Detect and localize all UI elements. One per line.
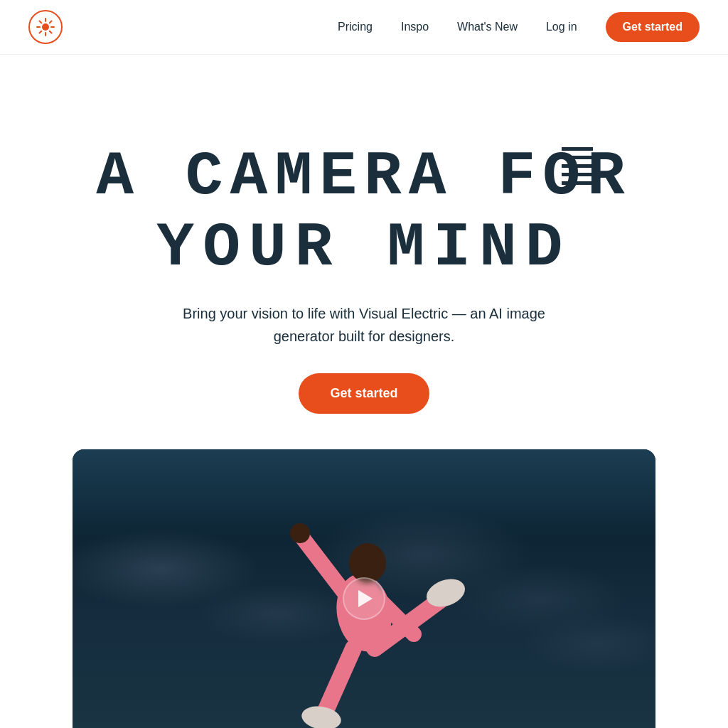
navbar: Pricing Inspo What's New Log in Get star… <box>0 0 728 55</box>
logo-icon <box>34 16 57 38</box>
logo[interactable] <box>28 10 63 44</box>
video-scene <box>73 449 655 728</box>
svg-line-19 <box>300 535 346 595</box>
svg-point-0 <box>42 23 49 31</box>
video-play-button[interactable] <box>343 577 385 620</box>
nav-inspo[interactable]: Inspo <box>401 21 429 33</box>
svg-rect-11 <box>562 147 593 151</box>
nav-get-started-button[interactable]: Get started <box>606 12 700 42</box>
logo-circle <box>28 10 63 44</box>
hero-get-started-button[interactable]: Get started <box>299 373 429 414</box>
nav-links: Pricing Inspo What's New Log in Get star… <box>338 12 700 42</box>
svg-line-8 <box>40 31 42 33</box>
svg-rect-13 <box>562 164 593 168</box>
nav-pricing[interactable]: Pricing <box>338 21 373 33</box>
play-triangle-icon <box>358 590 373 607</box>
svg-rect-14 <box>562 173 593 176</box>
svg-text:YOUR MIND: YOUR MIND <box>156 213 571 282</box>
hero-section: A CAMERA FOR YOUR MIND Bring your vision… <box>0 55 728 728</box>
svg-line-6 <box>50 31 52 33</box>
nav-whats-new[interactable]: What's New <box>457 21 518 33</box>
svg-text:A CAMERA FOR: A CAMERA FOR <box>96 141 632 212</box>
svg-line-5 <box>40 21 42 23</box>
svg-rect-12 <box>562 156 593 159</box>
svg-point-20 <box>290 523 310 543</box>
hero-title-svg: A CAMERA FOR YOUR MIND <box>94 112 634 282</box>
svg-rect-15 <box>562 181 593 185</box>
video-container <box>73 449 655 728</box>
nav-login[interactable]: Log in <box>546 21 577 33</box>
hero-subtitle: Bring your vision to life with Visual El… <box>165 302 563 348</box>
svg-line-7 <box>50 21 52 23</box>
svg-line-24 <box>325 648 353 712</box>
hero-title: A CAMERA FOR YOUR MIND <box>94 112 634 282</box>
